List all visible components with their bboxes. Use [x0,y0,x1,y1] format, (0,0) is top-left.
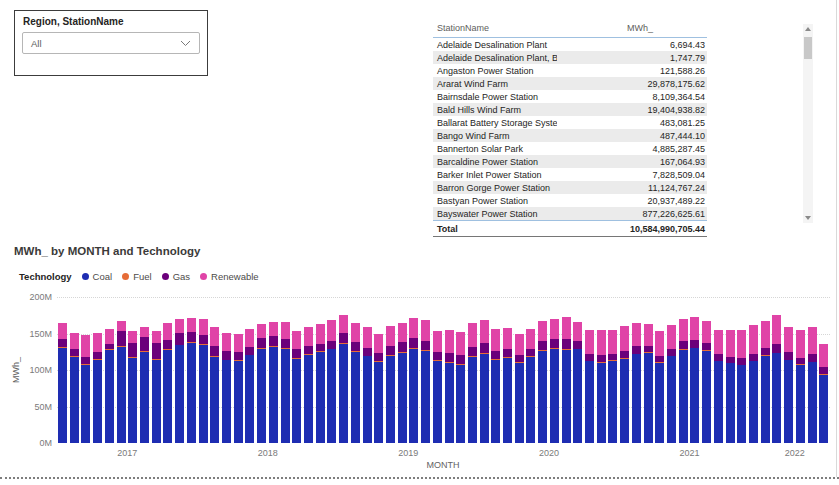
stacked-bar-2018-01[interactable] [199,319,208,443]
stacked-bar-2017-07[interactable] [128,331,137,443]
stacked-bar-2022-05[interactable] [808,327,817,443]
stacked-bar-2020-01[interactable] [480,320,489,443]
stacked-bar-2017-02[interactable] [70,333,79,443]
column-header-mwh[interactable]: MWh_ [557,23,707,33]
table-row[interactable]: Bannerton Solar Park4,885,287.45 [433,142,707,155]
stacked-bar-2020-03[interactable] [503,328,512,443]
stacked-bar-2020-11[interactable] [597,330,606,443]
stacked-bar-2017-12[interactable] [187,318,196,443]
stacked-bar-2020-08[interactable] [562,317,571,443]
stacked-bar-2018-09[interactable] [292,331,301,443]
table-row[interactable]: Bayswater Power Station877,226,625.61 [433,207,707,221]
stacked-bar-2022-02[interactable] [772,315,781,443]
stacked-bar-2020-02[interactable] [491,329,500,443]
stacked-bar-2021-08[interactable] [702,321,711,443]
bar-segment-coal [491,360,500,443]
stacked-bar-2021-07[interactable] [690,317,699,443]
stacked-bar-2019-04[interactable] [374,334,383,443]
stacked-bar-2020-10[interactable] [585,330,594,443]
stacked-bar-2017-04[interactable] [93,333,102,443]
scrollbar-thumb[interactable] [804,37,812,59]
stacked-bar-2021-09[interactable] [714,330,723,443]
stacked-bar-2018-03[interactable] [222,333,231,443]
stacked-bar-2022-01[interactable] [761,321,770,443]
station-table: StationName MWh_ Adelaide Desalination P… [433,18,707,237]
stacked-bar-2017-03[interactable] [81,335,90,443]
stacked-bar-2021-01[interactable] [620,326,629,443]
table-row[interactable]: Bastyan Power Station20,937,489.22 [433,194,707,207]
stacked-bar-2019-05[interactable] [386,326,395,443]
stacked-bar-2021-02[interactable] [632,323,641,443]
stacked-bar-2017-01[interactable] [58,323,67,443]
bar-segment-renewable [726,330,735,357]
stacked-bar-2021-05[interactable] [667,325,676,443]
stacked-bar-2022-04[interactable] [796,330,805,443]
table-row[interactable]: Bald Hills Wind Farm19,404,938.82 [433,103,707,116]
stacked-bar-2019-10[interactable] [445,330,454,443]
table-row[interactable]: Bairnsdale Power Station8,109,364.54 [433,90,707,103]
stacked-bar-2019-11[interactable] [456,332,465,443]
stacked-bar-2018-06[interactable] [257,324,266,443]
stacked-bar-2017-06[interactable] [117,321,126,443]
stacked-bar-2019-02[interactable] [351,323,360,443]
stacked-bar-2019-03[interactable] [363,327,372,443]
legend-item-renewable[interactable]: Renewable [200,271,259,282]
stacked-bar-2020-06[interactable] [538,321,547,443]
table-row[interactable]: Angaston Power Station121,588.26 [433,64,707,77]
stacked-bar-2018-11[interactable] [316,324,325,443]
stacked-bar-2020-04[interactable] [515,334,524,443]
stacked-bar-2017-10[interactable] [163,323,172,443]
stacked-bar-2019-07[interactable] [409,318,418,443]
stacked-bar-2018-12[interactable] [327,320,336,443]
stacked-bar-2019-08[interactable] [421,320,430,443]
table-row[interactable]: Bango Wind Farm487,444.10 [433,129,707,142]
stacked-bar-2022-03[interactable] [784,327,793,443]
slicer-dropdown[interactable]: All [22,32,200,54]
bar-segment-coal [304,355,313,443]
stacked-bar-2017-08[interactable] [140,327,149,443]
stacked-bar-2020-09[interactable] [573,322,582,443]
table-row[interactable]: Barcaldine Power Station167,064.93 [433,155,707,168]
stacked-bar-2021-06[interactable] [679,319,688,443]
bar-segment-coal [808,362,817,443]
stacked-bar-2021-10[interactable] [726,330,735,443]
stacked-bar-2020-07[interactable] [550,319,559,443]
table-row[interactable]: Barker Inlet Power Station7,828,509.04 [433,168,707,181]
table-row[interactable]: Barron Gorge Power Station11,124,767.24 [433,181,707,194]
stacked-bar-2018-07[interactable] [269,322,278,443]
bar-segment-gas [702,343,711,350]
stacked-bar-2017-09[interactable] [152,331,161,443]
stacked-bar-2018-08[interactable] [281,322,290,443]
stacked-bar-2021-04[interactable] [655,331,664,443]
table-row[interactable]: Ararat Wind Farm29,878,175.62 [433,77,707,90]
bar-segment-gas [199,335,208,344]
stacked-bar-2021-12[interactable] [749,325,758,443]
table-row[interactable]: Adelaide Desalination Plant6,694.43 [433,38,707,51]
chevron-down-icon[interactable] [180,40,191,47]
table-row[interactable]: Ballarat Battery Storage System483,081.2… [433,116,707,129]
legend-item-coal[interactable]: Coal [82,271,113,282]
stacked-bar-2019-01[interactable] [339,315,348,443]
stacked-bar-2019-09[interactable] [433,331,442,443]
stacked-bar-2019-06[interactable] [398,323,407,443]
stacked-bar-2018-10[interactable] [304,327,313,443]
stacked-bar-2021-11[interactable] [737,330,746,443]
stacked-bar-2022-06[interactable] [819,344,828,443]
stacked-bar-2018-02[interactable] [210,327,219,443]
table-row[interactable]: Adelaide Desalination Plant, Battery Uni… [433,51,707,64]
column-header-stationname[interactable]: StationName [433,23,557,33]
stacked-bar-2021-03[interactable] [644,324,653,443]
scroll-up-button[interactable] [803,24,813,34]
stacked-bar-2018-04[interactable] [234,334,243,443]
scroll-down-button[interactable] [803,213,813,223]
legend-item-gas[interactable]: Gas [162,271,190,282]
legend-item-fuel[interactable]: Fuel [122,271,151,282]
stacked-bar-2020-05[interactable] [526,329,535,443]
stacked-bar-2018-05[interactable] [245,329,254,443]
stacked-bar-2019-12[interactable] [468,323,477,443]
stacked-bar-2017-11[interactable] [175,319,184,443]
bar-segment-renewable [562,317,571,339]
table-scrollbar[interactable] [803,24,813,223]
stacked-bar-2020-12[interactable] [608,330,617,443]
stacked-bar-2017-05[interactable] [105,329,114,443]
